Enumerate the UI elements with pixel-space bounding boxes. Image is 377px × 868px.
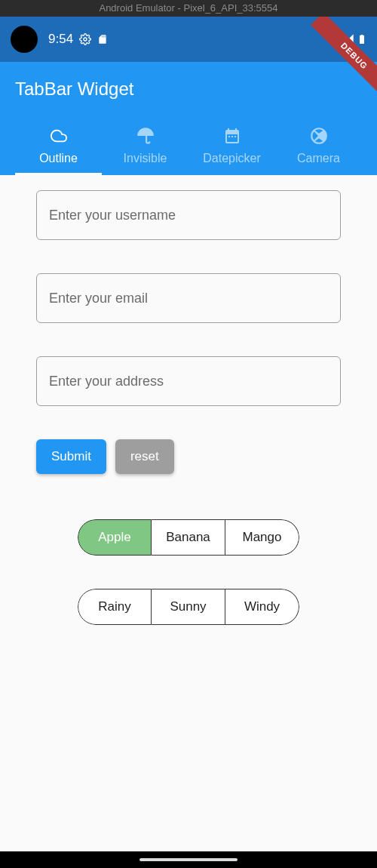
tab-datepicker[interactable]: Datepicker bbox=[188, 118, 275, 175]
gear-icon bbox=[79, 33, 91, 45]
toggle-mango[interactable]: Mango bbox=[225, 519, 299, 556]
status-time: 9:54 bbox=[48, 32, 73, 47]
tab-invisible[interactable]: Invisible bbox=[102, 118, 188, 175]
tab-label: Datepicker bbox=[203, 152, 260, 165]
aperture-icon bbox=[309, 126, 329, 146]
tab-label: Camera bbox=[297, 152, 340, 165]
android-nav-bar bbox=[0, 851, 377, 868]
emulator-title: Android Emulator - Pixel_6_API_33:5554 bbox=[0, 0, 377, 17]
sd-card-icon bbox=[97, 33, 108, 45]
svg-point-0 bbox=[84, 38, 87, 41]
app-bar: TabBar Widget Outline Invisible bbox=[0, 62, 377, 175]
screen: DEBUG 9:54 bbox=[0, 17, 377, 851]
battery-icon bbox=[357, 32, 366, 46]
toggle-rainy[interactable]: Rainy bbox=[78, 589, 152, 625]
tab-content: Submit reset Apple Banana Mango Rainy Su… bbox=[0, 175, 377, 673]
calendar-icon bbox=[222, 126, 242, 146]
toggle-sunny[interactable]: Sunny bbox=[152, 589, 225, 625]
fruit-toggle-group: Apple Banana Mango bbox=[78, 519, 299, 556]
tab-label: Invisible bbox=[124, 152, 167, 165]
email-field[interactable] bbox=[36, 273, 341, 323]
umbrella-icon bbox=[136, 126, 155, 146]
cloud-icon bbox=[49, 126, 69, 146]
toggle-banana[interactable]: Banana bbox=[152, 519, 225, 556]
username-field[interactable] bbox=[36, 190, 341, 240]
reset-button[interactable]: reset bbox=[115, 439, 174, 474]
nav-pill[interactable] bbox=[139, 858, 238, 861]
tab-label: Outline bbox=[39, 152, 78, 165]
tab-outline[interactable]: Outline bbox=[15, 118, 102, 175]
page-title: TabBar Widget bbox=[15, 78, 362, 100]
weather-toggle-group: Rainy Sunny Windy bbox=[78, 589, 299, 625]
tab-camera[interactable]: Camera bbox=[275, 118, 362, 175]
toggle-apple[interactable]: Apple bbox=[78, 519, 152, 556]
submit-button[interactable]: Submit bbox=[36, 439, 106, 474]
toggle-windy[interactable]: Windy bbox=[225, 589, 299, 625]
camera-cutout bbox=[11, 26, 38, 53]
device-frame: Android Emulator - Pixel_6_API_33:5554 D… bbox=[0, 0, 377, 868]
address-field[interactable] bbox=[36, 356, 341, 406]
tab-bar: Outline Invisible Datepicker bbox=[15, 118, 362, 175]
button-row: Submit reset bbox=[36, 439, 341, 474]
